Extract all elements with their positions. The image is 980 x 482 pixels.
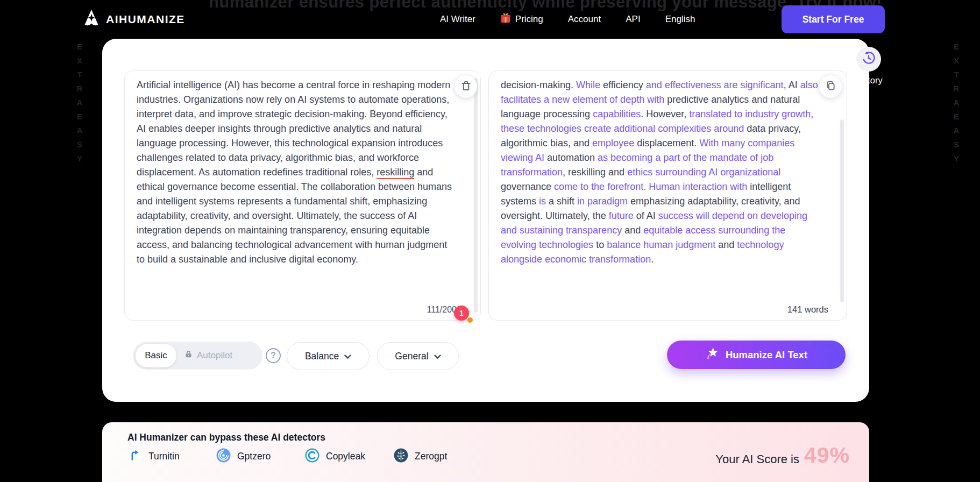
humanize-button[interactable]: Humanize AI Text — [667, 341, 846, 369]
brand-logo-icon — [83, 9, 100, 30]
copyleak-icon — [305, 448, 319, 465]
zerogpt-icon — [394, 448, 408, 465]
copy-output-button[interactable] — [819, 75, 842, 98]
nav-item-language[interactable]: English — [665, 14, 695, 25]
output-text: decision-making. While efficiency and ef… — [489, 71, 847, 320]
detector-gptzero: Gptzero — [216, 448, 305, 465]
help-button[interactable]: ? — [266, 348, 281, 363]
nav-item-account[interactable]: Account — [568, 14, 601, 25]
detector-copyleak: Copyleak — [305, 448, 394, 465]
history-label: History — [847, 75, 890, 86]
purpose-select[interactable]: General — [377, 342, 459, 370]
brand-name: AIHUMANIZE — [106, 13, 185, 26]
copy-icon — [825, 80, 836, 94]
ai-score-label: Your AI Score is — [715, 452, 799, 466]
nav-item-api[interactable]: API — [626, 14, 640, 25]
nav-links: AI Writer Pricing Account API English — [440, 0, 695, 39]
top-nav: AIHUMANIZE AI Writer Pricing Account API… — [0, 0, 980, 39]
output-scrollbar[interactable] — [840, 119, 844, 302]
trash-icon — [460, 80, 472, 94]
mode-toggle: Basic Autopilot — [133, 342, 262, 370]
start-for-free-button[interactable]: Start For Free — [782, 5, 885, 33]
gift-icon — [500, 13, 511, 26]
ai-score-value: 49% — [804, 443, 850, 468]
clear-input-button[interactable] — [455, 75, 477, 98]
humanizer-card: Artificial intelligence (AI) has become … — [102, 39, 869, 402]
gptzero-icon — [216, 448, 231, 465]
history-icon — [862, 51, 876, 67]
notification-badge: 1 — [454, 306, 469, 321]
detector-zerogpt: Zerogpt — [394, 448, 482, 465]
chevron-down-icon — [344, 351, 351, 362]
brand-logo[interactable]: AIHUMANIZE — [83, 0, 185, 39]
left-vertical-letters: EXTRAEASY — [74, 40, 85, 166]
input-word-count: 111/200 — [427, 305, 457, 315]
lock-icon — [184, 350, 193, 361]
right-vertical-letters: EXTRAEASY — [951, 40, 962, 166]
magic-star-icon — [705, 346, 719, 363]
detector-turnitin: Turnitin — [127, 448, 216, 465]
detector-list: Turnitin Gptzero Copyleak — [127, 448, 482, 465]
input-text[interactable]: Artificial intelligence (AI) has become … — [125, 71, 480, 320]
input-scrollbar[interactable] — [474, 78, 478, 313]
badge-dot — [467, 317, 473, 323]
detector-panel: AI Humanizer can bypass these AI detecto… — [102, 422, 869, 482]
mode-basic-option[interactable]: Basic — [136, 344, 176, 367]
detector-panel-title: AI Humanizer can bypass these AI detecto… — [127, 432, 325, 443]
turnitin-icon — [127, 448, 142, 465]
output-word-count: 141 words — [787, 304, 828, 315]
mode-autopilot-option[interactable]: Autopilot — [184, 342, 232, 370]
input-text-panel[interactable]: Artificial intelligence (AI) has become … — [124, 70, 481, 321]
output-text-panel: decision-making. While efficiency and ef… — [488, 70, 847, 321]
strength-select[interactable]: Balance — [287, 342, 370, 370]
chevron-down-icon — [434, 351, 441, 362]
history-button[interactable] — [856, 47, 881, 72]
nav-item-pricing[interactable]: Pricing — [500, 13, 543, 26]
nav-item-ai-writer[interactable]: AI Writer — [440, 14, 475, 25]
